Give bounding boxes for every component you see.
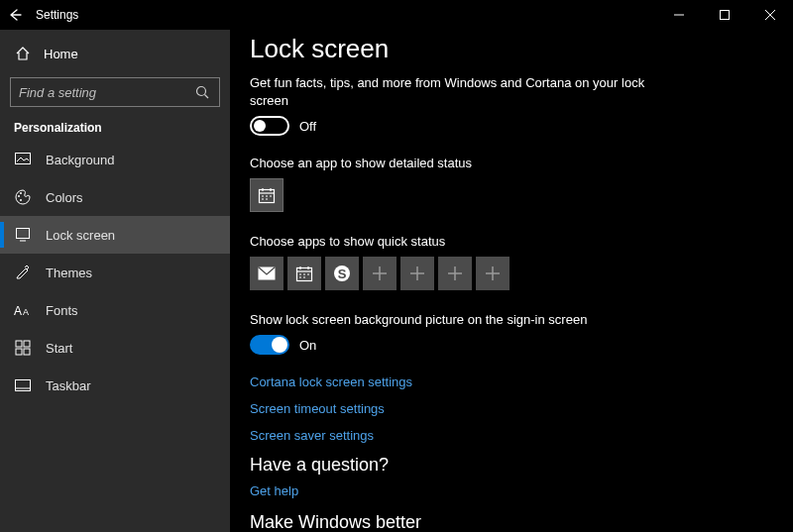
quick-status-add-slot[interactable]	[400, 257, 434, 290]
signin-bg-state: On	[299, 338, 316, 353]
quick-status-row: S	[250, 257, 763, 290]
detailed-status-app-slot[interactable]	[250, 178, 283, 212]
quick-status-add-slot[interactable]	[438, 257, 472, 290]
signin-bg-toggle[interactable]	[250, 335, 289, 355]
search-box[interactable]	[10, 77, 220, 107]
taskbar-icon	[14, 379, 32, 391]
quick-status-app-slot[interactable]	[250, 257, 283, 290]
colors-icon	[14, 189, 32, 205]
svg-rect-16	[16, 349, 22, 355]
page-title: Lock screen	[250, 34, 763, 64]
sidebar: Home Personalization Background	[0, 30, 230, 532]
sidebar-item-label: Colors	[46, 190, 83, 205]
lock-screen-icon	[14, 228, 32, 242]
quick-status-label: Choose apps to show quick status	[250, 234, 763, 249]
minimize-icon	[674, 10, 684, 20]
fun-facts-toggle[interactable]	[250, 116, 289, 136]
svg-point-9	[20, 199, 22, 201]
svg-point-7	[18, 195, 20, 197]
quick-status-app-slot[interactable]: S	[325, 257, 359, 290]
sidebar-item-home[interactable]: Home	[0, 36, 230, 71]
back-arrow-icon	[8, 8, 22, 22]
quick-status-add-slot[interactable]	[363, 257, 396, 290]
close-button[interactable]	[747, 0, 793, 30]
sidebar-item-themes[interactable]: Themes	[0, 254, 230, 291]
close-icon	[765, 10, 775, 20]
quick-status-app-slot[interactable]	[287, 257, 321, 290]
sidebar-item-background[interactable]: Background	[0, 141, 230, 178]
svg-line-5	[205, 95, 209, 99]
svg-rect-6	[16, 154, 31, 164]
svg-rect-14	[16, 341, 22, 347]
plus-icon	[373, 266, 387, 280]
sidebar-item-fonts[interactable]: AA Fonts	[0, 291, 230, 329]
link-get-help[interactable]: Get help	[250, 483, 763, 498]
svg-text:A: A	[23, 307, 29, 317]
mail-icon	[258, 266, 276, 280]
sidebar-item-colors[interactable]: Colors	[0, 178, 230, 216]
svg-point-8	[20, 192, 22, 194]
have-a-question-heading: Have a question?	[250, 455, 763, 476]
sidebar-item-taskbar[interactable]: Taskbar	[0, 367, 230, 404]
svg-rect-18	[16, 380, 31, 391]
svg-rect-15	[24, 341, 30, 347]
sidebar-item-start[interactable]: Start	[0, 329, 230, 367]
calendar-icon	[295, 265, 313, 282]
sidebar-item-label: Themes	[46, 266, 92, 280]
back-button[interactable]	[0, 0, 30, 30]
search-icon	[193, 85, 211, 99]
background-icon	[14, 153, 32, 166]
svg-point-4	[197, 87, 206, 96]
sidebar-item-label: Background	[46, 153, 114, 167]
minimize-button[interactable]	[656, 0, 702, 30]
skype-icon: S	[332, 264, 352, 283]
svg-text:A: A	[14, 304, 22, 318]
home-icon	[14, 46, 32, 61]
start-icon	[14, 341, 32, 355]
svg-rect-17	[24, 349, 30, 355]
maximize-button[interactable]	[702, 0, 747, 30]
sidebar-item-label: Taskbar	[46, 378, 91, 393]
detailed-status-label: Choose an app to show detailed status	[250, 156, 763, 170]
window-title: Settings	[36, 8, 78, 22]
sidebar-item-label: Fonts	[46, 303, 78, 318]
sidebar-item-label: Start	[46, 341, 72, 356]
titlebar: Settings	[0, 0, 793, 30]
maximize-icon	[720, 10, 730, 20]
link-screen-saver[interactable]: Screen saver settings	[250, 428, 763, 443]
fonts-icon: AA	[14, 303, 32, 317]
plus-icon	[410, 266, 424, 280]
home-label: Home	[44, 47, 78, 61]
plus-icon	[448, 266, 462, 280]
svg-text:S: S	[338, 266, 347, 281]
signin-bg-label: Show lock screen background picture on t…	[250, 312, 763, 327]
sidebar-section-label: Personalization	[0, 115, 230, 141]
plus-icon	[486, 266, 500, 280]
svg-rect-10	[17, 229, 30, 239]
fun-facts-label: Get fun facts, tips, and more from Windo…	[250, 74, 686, 110]
svg-rect-1	[721, 11, 730, 20]
content-area: Lock screen Get fun facts, tips, and mor…	[230, 30, 793, 532]
search-input[interactable]	[19, 85, 193, 100]
link-screen-timeout[interactable]: Screen timeout settings	[250, 401, 763, 416]
fun-facts-state: Off	[299, 119, 316, 134]
sidebar-item-lock-screen[interactable]: Lock screen	[0, 216, 230, 254]
make-windows-better-heading: Make Windows better	[250, 512, 763, 532]
quick-status-add-slot[interactable]	[476, 257, 510, 290]
calendar-icon	[258, 186, 276, 204]
themes-icon	[14, 265, 32, 280]
sidebar-item-label: Lock screen	[46, 228, 115, 243]
sidebar-nav: Background Colors Lock screen	[0, 141, 230, 404]
link-cortana-lock-screen[interactable]: Cortana lock screen settings	[250, 374, 763, 389]
